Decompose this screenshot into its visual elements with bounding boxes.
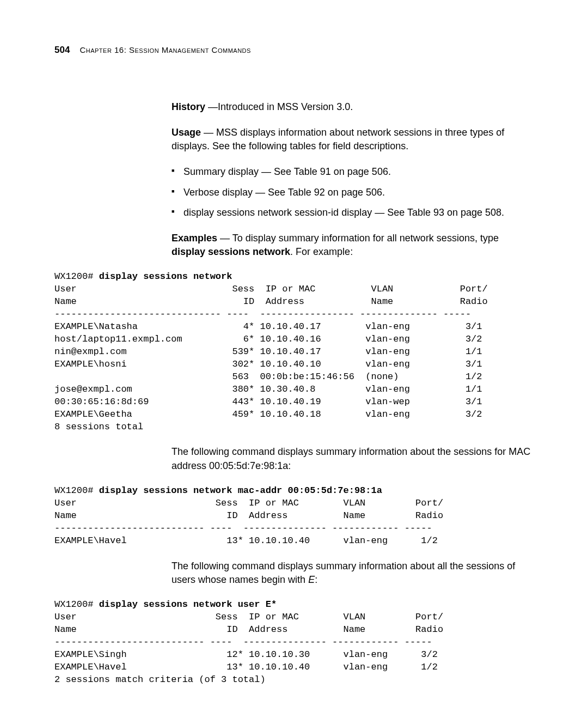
cli-prompt: WX1200# — [54, 485, 99, 496]
cli-footer: 8 sessions total — [54, 422, 143, 432]
history-lead: History — [171, 101, 205, 112]
item-bold: Summary display — [183, 166, 259, 177]
paragraph-3: The following command displays summary i… — [171, 559, 534, 587]
cli-prompt: WX1200# — [54, 271, 99, 282]
cli-header-2: Name ID Address Name Radio — [54, 510, 443, 521]
item-bold: display sessions network session-id — [183, 207, 339, 218]
cli-row: EXAMPLE\Havel 13* 10.10.10.40 vlan-eng 1… — [54, 662, 438, 672]
para3-italic: E — [308, 574, 315, 585]
cli-row: 00:30:65:16:8d:69 443* 10.10.40.19 vlan-… — [54, 397, 482, 407]
examples-text-1: — To display summary information for all… — [217, 233, 499, 244]
cli-row: 563 00:0b:be:15:46:56 (none) 1/2 — [54, 372, 482, 382]
examples-text-2: . For example: — [290, 246, 353, 257]
cli-command: display sessions network user E* — [99, 599, 277, 610]
para3-before: The following command displays summary i… — [171, 561, 515, 585]
cli-header-1: User Sess IP or MAC VLAN Port/ — [54, 498, 443, 508]
cli-row: EXAMPLE\Geetha 459* 10.10.40.18 vlan-eng… — [54, 409, 482, 419]
cli-divider: ------------------------------ ---- ----… — [54, 309, 471, 319]
page-header: 504 Chapter 16: Session Management Comma… — [54, 44, 534, 57]
history-text: —Introduced in MSS Version 3.0. — [205, 101, 353, 112]
cli-row: EXAMPLE\Singh 12* 10.10.10.30 vlan-eng 3… — [54, 649, 438, 660]
cli-row: EXAMPLE\Havel 13* 10.10.10.40 vlan-eng 1… — [54, 535, 438, 546]
chapter-title: Chapter 16: Session Management Commands — [79, 44, 251, 56]
cli-prompt: WX1200# — [54, 599, 99, 610]
item-bold: Verbose display — [183, 187, 253, 198]
item-rest: — See Table 91 on page 506. — [259, 166, 391, 177]
cli-divider: --------------------------- ---- -------… — [54, 523, 432, 533]
cli-header-1: User Sess IP or MAC VLAN Port/ — [54, 612, 443, 622]
cli-row: EXAMPLE\hosni 302* 10.10.40.10 vlan-eng … — [54, 359, 482, 369]
examples-cmd: display sessions network — [171, 246, 290, 257]
cli-output-2: WX1200# display sessions network mac-add… — [54, 485, 534, 547]
item-rest: display — See Table 93 on page 508. — [339, 207, 504, 218]
cli-header-2: Name ID Address Name Radio — [54, 296, 488, 307]
history-paragraph: History —Introduced in MSS Version 3.0. — [171, 100, 534, 114]
usage-paragraph: Usage — MSS displays information about n… — [171, 126, 534, 153]
cli-row: jose@exmpl.com 380* 10.30.40.8 vlan-eng … — [54, 384, 482, 394]
list-item: display sessions network session-id disp… — [171, 206, 534, 220]
cli-output-1: WX1200# display sessions network User Se… — [54, 271, 534, 433]
examples-paragraph: Examples — To display summary informatio… — [171, 232, 534, 259]
display-types-list: Summary display — See Table 91 on page 5… — [171, 165, 534, 220]
cli-header-2: Name ID Address Name Radio — [54, 624, 443, 635]
page-number: 504 — [54, 44, 70, 57]
cli-divider: --------------------------- ---- -------… — [54, 637, 432, 647]
list-item: Verbose display — See Table 92 on page 5… — [171, 186, 534, 199]
cli-row: EXAMPLE\Natasha 4* 10.10.40.17 vlan-eng … — [54, 321, 482, 332]
list-item: Summary display — See Table 91 on page 5… — [171, 165, 534, 179]
cli-header-1: User Sess IP or MAC VLAN Port/ — [54, 284, 488, 294]
cli-row: nin@exmpl.com 539* 10.10.40.17 vlan-eng … — [54, 346, 482, 357]
cli-command: display sessions network — [99, 271, 232, 282]
usage-text: — MSS displays information about network… — [171, 127, 504, 151]
usage-lead: Usage — [171, 127, 201, 138]
paragraph-2: The following command displays summary i… — [171, 445, 534, 472]
cli-row: host/laptop11.exmpl.com 6* 10.10.40.16 v… — [54, 334, 482, 344]
para3-after: : — [315, 574, 317, 585]
cli-footer: 2 sessions match criteria (of 3 total) — [54, 674, 266, 685]
cli-command: display sessions network mac-addr 00:05:… — [99, 485, 382, 496]
item-rest: — See Table 92 on page 506. — [253, 187, 385, 198]
examples-lead: Examples — [171, 233, 217, 244]
cli-output-3: WX1200# display sessions network user E*… — [54, 599, 534, 686]
